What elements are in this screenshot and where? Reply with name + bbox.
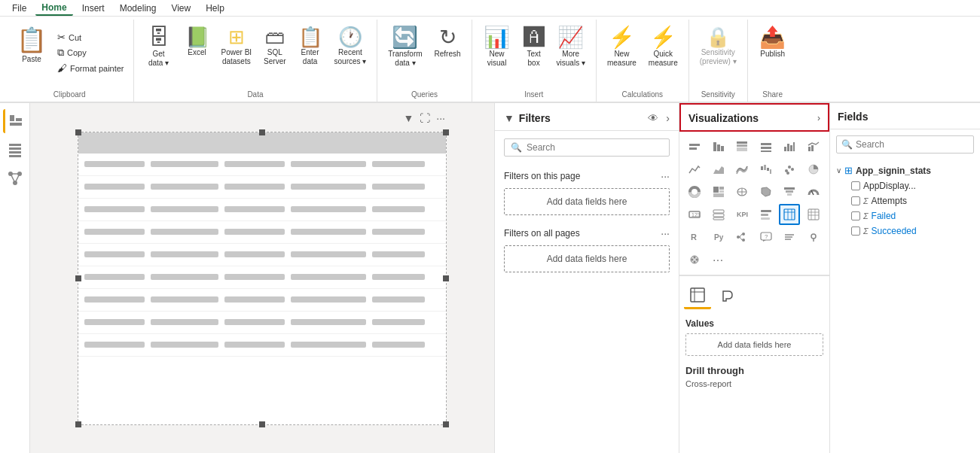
sidebar-icon-report[interactable]	[3, 109, 27, 133]
resize-mr[interactable]	[443, 275, 449, 281]
viz-clustered-bar[interactable]	[708, 136, 729, 157]
format-painter-button[interactable]: 🖌 Format painter	[54, 61, 127, 75]
field-checkbox-appdisplay[interactable]	[851, 181, 860, 190]
viz-multi-row-card[interactable]	[708, 204, 729, 225]
viz-100-stacked-bar[interactable]	[756, 136, 777, 157]
resize-tm[interactable]	[259, 129, 265, 135]
resize-tr[interactable]	[443, 129, 449, 135]
field-checkbox-attempts[interactable]	[851, 196, 860, 205]
filters-on-page-label: Filters on this page	[504, 171, 580, 181]
field-checkbox-failed[interactable]	[851, 211, 860, 220]
filters-on-page-section: Filters on this page ··· Add data fields…	[495, 164, 679, 221]
filters-search-box[interactable]: 🔍	[504, 138, 670, 157]
viz-line-chart[interactable]	[684, 159, 705, 180]
viz-table[interactable]	[779, 204, 800, 225]
menu-file[interactable]: File	[6, 2, 32, 15]
add-data-fields-all-pages-btn[interactable]: Add data fields here	[504, 245, 670, 272]
visual-container[interactable]	[78, 132, 447, 425]
menu-insert[interactable]: Insert	[76, 2, 111, 15]
filter-toolbar-btn[interactable]: ▼	[401, 111, 415, 126]
menu-modeling[interactable]: Modeling	[114, 2, 163, 15]
viz-kpi[interactable]: KPI	[731, 204, 753, 225]
excel-button[interactable]: 📗 Excel	[181, 24, 214, 60]
viz-ribbon-chart[interactable]	[731, 159, 753, 180]
get-data-button[interactable]: 🗄 Getdata ▾	[140, 24, 178, 71]
svg-rect-51	[786, 190, 793, 193]
resize-br[interactable]	[443, 421, 449, 427]
recent-sources-button[interactable]: 🕐 Recentsources ▾	[330, 24, 371, 69]
add-data-fields-page-btn[interactable]: Add data fields here	[504, 188, 670, 215]
fields-table-expand-row[interactable]: ∨ ⊞ App_signin_stats	[836, 163, 974, 178]
viz-add-data-fields[interactable]: Add data fields here	[685, 333, 823, 356]
viz-map[interactable]	[731, 181, 753, 202]
viz-format-tab[interactable]	[714, 282, 741, 309]
viz-smart-narrative[interactable]	[779, 226, 800, 248]
viz-slicer[interactable]	[756, 204, 777, 225]
viz-r-visual[interactable]: R	[684, 226, 705, 248]
viz-arrow[interactable]: ›	[817, 113, 820, 123]
viz-paint-brush[interactable]	[684, 249, 705, 270]
viz-funnel[interactable]	[779, 181, 800, 202]
viz-area-chart[interactable]	[708, 159, 729, 180]
refresh-button[interactable]: ↻ Refresh	[430, 24, 466, 62]
resize-bm[interactable]	[259, 421, 265, 427]
transform-data-button[interactable]: 🔄 Transformdata ▾	[383, 24, 426, 71]
viz-azure-map[interactable]	[803, 226, 824, 248]
refresh-icon: ↻	[439, 27, 456, 48]
viz-decomposition-tree[interactable]	[731, 226, 753, 248]
sql-server-button[interactable]: 🗃 SQLServer	[259, 24, 290, 69]
viz-qna[interactable]: ?	[756, 226, 777, 248]
text-box-button[interactable]: 🅰 Textbox	[519, 24, 549, 71]
svg-rect-31	[761, 166, 763, 170]
viz-clustered-column[interactable]	[779, 136, 800, 157]
viz-matrix[interactable]	[803, 204, 824, 225]
sensitivity-button[interactable]: 🔒 Sensitivity(preview) ▾	[695, 24, 741, 69]
filters-search-input[interactable]	[527, 142, 663, 153]
expand-toolbar-btn[interactable]: ⛶	[418, 111, 432, 126]
copy-button[interactable]: ⧉ Copy	[54, 45, 127, 60]
viz-python-visual[interactable]: Py	[708, 226, 729, 248]
viz-stacked-bar[interactable]	[684, 136, 705, 157]
new-measure-button[interactable]: ⚡ Newmeasure	[603, 24, 641, 71]
resize-ml[interactable]	[75, 275, 81, 281]
viz-pie[interactable]	[803, 159, 824, 180]
filters-eye-icon[interactable]: 👁	[648, 112, 658, 124]
enter-data-button[interactable]: 📋 Enterdata	[294, 24, 327, 69]
filters-on-page-menu[interactable]: ···	[661, 170, 670, 182]
resize-tl[interactable]	[75, 129, 81, 135]
cut-button[interactable]: ✂ Cut	[54, 30, 127, 44]
paste-button[interactable]: 📋 Paste	[12, 24, 51, 65]
svg-rect-28	[808, 147, 811, 151]
viz-waterfall[interactable]	[756, 159, 777, 180]
viz-more[interactable]: ···	[708, 249, 729, 270]
field-name-succeeded: Succeeded	[872, 226, 917, 236]
viz-line-bar[interactable]	[803, 136, 824, 157]
fields-search-input[interactable]	[856, 139, 969, 150]
new-visual-button[interactable]: 📊 Newvisual	[478, 24, 516, 71]
fields-search-box[interactable]: 🔍	[836, 135, 974, 154]
svg-rect-33	[767, 168, 769, 171]
viz-filled-map[interactable]	[756, 181, 777, 202]
menu-view[interactable]: View	[165, 2, 197, 15]
more-visuals-button[interactable]: 📈 Morevisuals ▾	[552, 24, 590, 71]
menu-home[interactable]: Home	[35, 1, 72, 16]
publish-button[interactable]: 📤 Publish	[754, 24, 792, 62]
sidebar-icon-model[interactable]	[3, 166, 27, 190]
viz-gauge[interactable]	[803, 181, 824, 202]
more-toolbar-btn[interactable]: ···	[435, 111, 447, 126]
viz-card[interactable]: 123	[684, 204, 705, 225]
field-checkbox-succeeded[interactable]	[851, 226, 860, 236]
menu-help[interactable]: Help	[200, 2, 230, 15]
resize-bl[interactable]	[75, 421, 81, 427]
viz-donut[interactable]	[684, 181, 705, 202]
viz-scatter[interactable]	[779, 159, 800, 180]
filters-chevron-icon[interactable]: ›	[666, 112, 670, 124]
quick-measure-button[interactable]: ⚡ Quickmeasure	[644, 24, 682, 71]
viz-stacked-column[interactable]	[731, 136, 753, 157]
powerbi-datasets-button[interactable]: ⊞ Power BIdatasets	[217, 24, 257, 69]
sidebar-icon-data[interactable]	[3, 138, 27, 162]
filters-on-all-pages-menu[interactable]: ···	[661, 227, 670, 239]
cell-placeholder	[291, 251, 366, 257]
viz-treemap[interactable]	[708, 181, 729, 202]
viz-fields-tab[interactable]	[684, 282, 711, 309]
